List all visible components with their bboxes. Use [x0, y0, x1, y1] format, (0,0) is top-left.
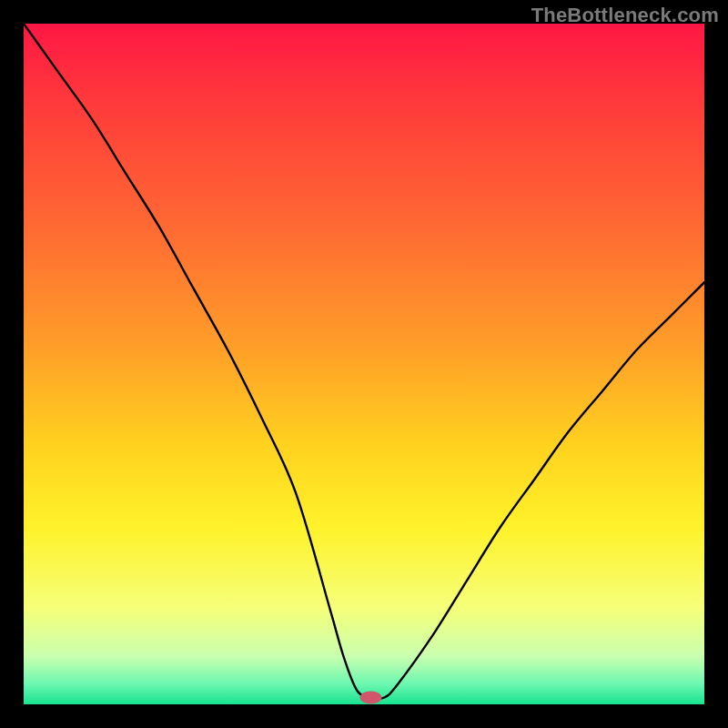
- plot-area: [24, 24, 704, 704]
- gradient-background: [24, 24, 704, 704]
- bottleneck-curve-chart: [24, 24, 704, 704]
- optimal-marker: [359, 692, 381, 704]
- chart-frame: TheBottleneck.com: [0, 0, 728, 728]
